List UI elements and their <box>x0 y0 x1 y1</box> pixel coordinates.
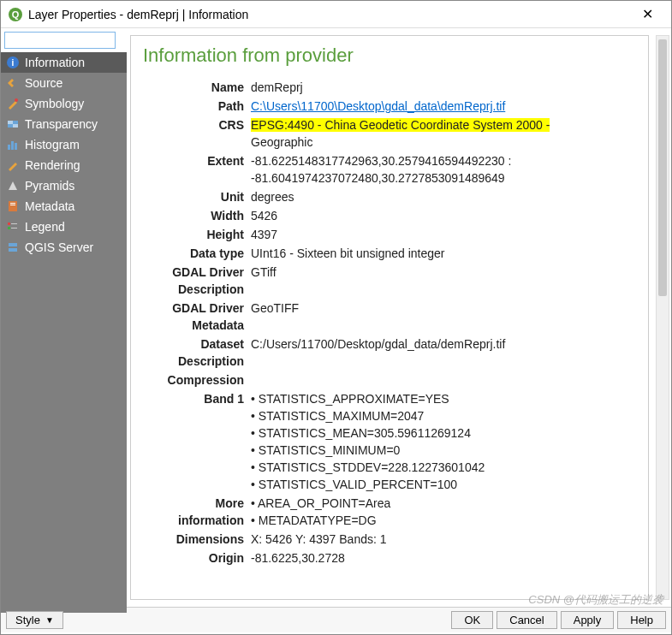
titlebar: Q Layer Properties - demReprj | Informat… <box>1 1 671 28</box>
svg-rect-14 <box>8 223 10 225</box>
label-width: Width <box>143 207 251 224</box>
style-menu-button[interactable]: Style▼ <box>6 611 63 629</box>
svg-rect-13 <box>10 205 15 205</box>
sidebar-item-source[interactable]: Source <box>1 73 127 93</box>
value-band1: STATISTICS_APPROXIMATE=YESSTATISTICS_MAX… <box>251 390 636 493</box>
close-button[interactable]: ✕ <box>630 6 664 22</box>
sidebar-item-label: Transparency <box>25 117 98 131</box>
search-input[interactable] <box>4 32 116 49</box>
label-gdal-driver-meta: GDAL DriverMetadata <box>143 300 251 334</box>
content-area: Information from provider NamedemReprj P… <box>127 28 671 607</box>
help-button[interactable]: Help <box>617 611 666 629</box>
band1-stat: STATISTICS_MAXIMUM=2047 <box>251 407 636 424</box>
value-gdal-driver-meta: GeoTIFF <box>251 300 636 317</box>
sidebar-item-label: Rendering <box>25 158 80 172</box>
value-more-info: AREA_OR_POINT=AreaMETADATATYPE=DG <box>251 495 636 529</box>
label-height: Height <box>143 226 251 243</box>
label-dataset-desc: DatasetDescription <box>143 335 251 370</box>
svg-point-4 <box>15 98 18 102</box>
value-datatype: UInt16 - Sixteen bit unsigned integer <box>251 245 636 262</box>
svg-rect-19 <box>9 248 17 252</box>
label-band1: Band 1 <box>143 390 251 407</box>
svg-text:Q: Q <box>12 9 20 20</box>
band1-stat: STATISTICS_VALID_PERCENT=100 <box>251 476 636 493</box>
svg-rect-6 <box>8 121 13 124</box>
sidebar-item-label: Source <box>25 76 62 90</box>
value-name: demReprj <box>251 79 636 96</box>
svg-rect-12 <box>10 203 15 204</box>
window-title: Layer Properties - demReprj | Informatio… <box>28 8 630 21</box>
sidebar-item-transparency[interactable]: Transparency <box>1 114 127 134</box>
label-compression: Compression <box>143 371 251 389</box>
symbology-icon <box>6 97 20 110</box>
svg-rect-15 <box>8 227 10 229</box>
sidebar-item-label: Histogram <box>25 138 80 151</box>
app-icon: Q <box>8 7 23 22</box>
legend-icon <box>6 220 20 234</box>
apply-button[interactable]: Apply <box>561 611 615 629</box>
svg-rect-9 <box>11 141 14 150</box>
sidebar-item-label: Metadata <box>25 199 74 213</box>
sidebar-item-label: QGIS Server <box>25 240 93 254</box>
moreinfo-item: METADATATYPE=DG <box>251 512 636 529</box>
label-dimensions: Dimensions <box>143 531 251 548</box>
sidebar-item-symbology[interactable]: Symbology <box>1 93 127 114</box>
label-unit: Unit <box>143 188 251 205</box>
sidebar-item-information[interactable]: i Information <box>1 52 127 73</box>
sidebar-item-metadata[interactable]: Metadata <box>1 196 127 217</box>
value-unit: degrees <box>251 188 636 205</box>
pyramids-icon <box>6 179 20 193</box>
chevron-down-icon: ▼ <box>45 615 54 625</box>
label-crs: CRS <box>143 116 251 134</box>
value-crs: EPSG:4490 - China Geodetic Coordinate Sy… <box>251 116 636 151</box>
scrollbar-thumb[interactable] <box>658 39 667 296</box>
value-dimensions: X: 5426 Y: 4397 Bands: 1 <box>251 531 636 548</box>
band1-stat: STATISTICS_STDDEV=228.12273601042 <box>251 459 636 476</box>
search-wrap <box>1 28 127 52</box>
band1-stat: STATISTICS_APPROXIMATE=YES <box>251 390 636 407</box>
metadata-icon <box>6 199 20 213</box>
sidebar: i Information Source Symbology Transpare… <box>1 52 127 613</box>
svg-rect-18 <box>9 243 17 246</box>
label-datatype: Data type <box>143 245 251 262</box>
value-gdal-driver-desc: GTiff <box>251 264 636 281</box>
section-heading: Information from provider <box>143 45 636 67</box>
cancel-button[interactable]: Cancel <box>497 611 556 629</box>
label-origin: Origin <box>143 549 251 567</box>
value-extent: -81.6225148317742963,30.2579416594492230… <box>251 152 636 187</box>
sidebar-item-histogram[interactable]: Histogram <box>1 134 127 155</box>
value-origin: -81.6225,30.2728 <box>251 549 636 567</box>
label-name: Name <box>143 79 251 96</box>
value-dataset-desc: C:/Users/11700/Desktop/gdal_data/demRepr… <box>251 335 636 353</box>
info-icon: i <box>6 56 20 69</box>
sidebar-item-label: Pyramids <box>25 179 74 193</box>
value-width: 5426 <box>251 207 636 224</box>
transparency-icon <box>6 117 20 131</box>
svg-rect-11 <box>9 201 17 211</box>
source-icon <box>6 76 20 90</box>
moreinfo-item: AREA_OR_POINT=Area <box>251 495 636 512</box>
sidebar-item-pyramids[interactable]: Pyramids <box>1 175 127 196</box>
svg-rect-7 <box>13 124 18 128</box>
label-extent: Extent <box>143 152 251 169</box>
value-path-link[interactable]: C:\Users\11700\Desktop\gdal_data\demRepr… <box>251 99 505 113</box>
ok-button[interactable]: OK <box>451 611 493 629</box>
info-panel: Information from provider NamedemReprj P… <box>130 35 649 600</box>
rendering-icon <box>6 158 20 172</box>
sidebar-item-rendering[interactable]: Rendering <box>1 155 127 175</box>
label-gdal-driver-desc: GDAL DriverDescription <box>143 264 251 298</box>
sidebar-item-legend[interactable]: Legend <box>1 217 127 237</box>
sidebar-item-label: Information <box>25 56 85 69</box>
sidebar-item-label: Legend <box>25 220 65 234</box>
sidebar-item-qgis-server[interactable]: QGIS Server <box>1 237 127 258</box>
sidebar-item-label: Symbology <box>25 97 84 110</box>
svg-rect-17 <box>11 228 17 228</box>
band1-stat: STATISTICS_MINIMUM=0 <box>251 442 636 459</box>
crs-highlight: EPSG:4490 - China Geodetic Coordinate Sy… <box>251 118 550 132</box>
histogram-icon <box>6 138 20 151</box>
scrollbar[interactable] <box>656 35 669 600</box>
svg-text:i: i <box>12 58 15 68</box>
band1-stat: STATISTICS_MEAN=305.59611269124 <box>251 424 636 442</box>
svg-rect-8 <box>8 145 10 150</box>
server-icon <box>6 240 20 254</box>
